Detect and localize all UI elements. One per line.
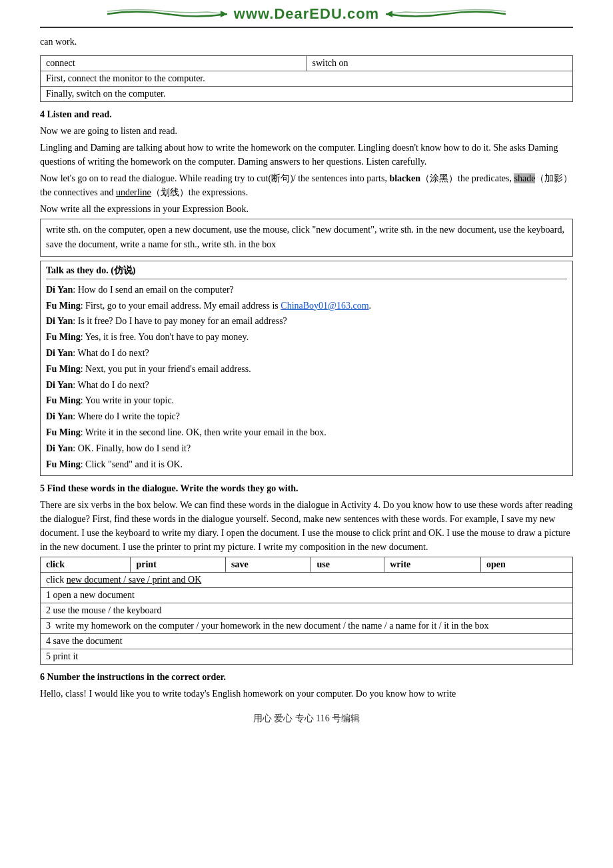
para3-end: （划线）the expressions. [151,187,248,197]
table-row: 4 save the document [41,634,573,649]
table-cell-row2: 1 open a new document [41,588,573,603]
table-cell-row4: 3 write my homework on the computer / yo… [41,619,573,634]
table-cell-row5: 4 save the document [41,634,573,649]
table-cell: connect [41,56,307,71]
para3-shade-prefix: （涂黑）the predicates, [420,173,514,183]
words-table: click print save use write open click ne… [40,557,573,665]
para3-mid: )/ the sentences into parts, [290,173,389,183]
table-row: 1 open a new document [41,588,573,603]
talk-line-8: Fu Ming: You write in your topic. [46,393,567,409]
section4-para2: Lingling and Daming are talking about ho… [40,141,573,169]
talk-line-4: Fu Ming: Yes, it is free. You don't have… [46,329,567,345]
section6-para: Hello, class! I would like you to write … [40,687,573,701]
word-cell-open: open [481,557,573,573]
para3-start: Now let's go on to read the dialogue. Wh… [40,173,271,183]
can-work-text: can work. [40,33,573,53]
talk-line-5: Di Yan: What do I do next? [46,345,567,361]
talk-header: Talk as they do. (仿说) [46,265,567,279]
vocab-table: connect switch on First, connect the mon… [40,55,573,102]
talk-line-10: Fu Ming: Write it in the second line. OK… [46,425,567,441]
section5-para: There are six verbs in the box below. We… [40,498,573,554]
email-link: ChinaBoy01@163.com [281,301,368,311]
word-cell-click: click [41,557,131,573]
table-row: 5 print it [41,649,573,665]
table-row: 3 write my homework on the computer / yo… [41,619,573,634]
section6-title: 6 Number the instructions in the correct… [40,670,573,684]
table-row: connect switch on [41,56,573,71]
site-url: www.DearEDU.com [227,5,386,23]
page-header: www.DearEDU.com [40,0,573,28]
talk-line-6: Fu Ming: Next, you put in your friend's … [46,361,567,377]
talk-box: Talk as they do. (仿说) Di Yan: How do I s… [40,261,573,477]
para3-cut: 断句 [271,173,290,183]
para3-shade: shade [514,173,535,183]
talk-line-2: Fu Ming: First, go to your email address… [46,298,567,314]
underline-phrase: new document / save / print and OK [67,575,202,585]
para3-bold: blacken [389,173,420,183]
svg-marker-0 [221,11,227,17]
table-cell: Finally, switch on the computer. [41,87,573,102]
para3-underline: underline [116,187,151,197]
table-cell-row1: click new document / save / print and OK [41,573,573,588]
table-row: click new document / save / print and OK [41,573,573,588]
section4-para3: Now let's go on to read the dialogue. Wh… [40,171,573,199]
section5-title: 5 Find these words in the dialogue. Writ… [40,481,573,495]
footer: 用心 爱心 专心 116 号编辑 [40,713,573,725]
page: www.DearEDU.com can work. connect switch… [0,0,613,745]
section4-para4: Now write all the expressions in your Ex… [40,202,573,216]
talk-line-1: Di Yan: How do I send an email on the co… [46,282,567,298]
table-row: 2 use the mouse / the keyboard [41,603,573,619]
table-row: Finally, switch on the computer. [41,87,573,102]
left-decoration [107,8,227,20]
talk-line-7: Di Yan: What do I do next? [46,377,567,393]
expressions-box: write sth. on the computer, open a new d… [40,219,573,257]
talk-line-9: Di Yan: Where do I write the topic? [46,409,567,425]
table-cell: switch on [306,56,573,71]
right-decoration [386,8,506,20]
table-cell-row6: 5 print it [41,649,573,665]
word-cell-save: save [226,557,311,573]
word-cell-print: print [131,557,226,573]
table-row: First, connect the monitor to the comput… [41,71,573,87]
word-cell-use: use [311,557,384,573]
talk-line-12: Fu Ming: Click "send" and it is OK. [46,457,567,473]
talk-line-3: Di Yan: Is it free? Do I have to pay mon… [46,313,567,329]
word-cell-write: write [384,557,481,573]
table-cell-row3: 2 use the mouse / the keyboard [41,603,573,619]
words-header-row: click print save use write open [41,557,573,573]
table-cell: First, connect the monitor to the comput… [41,71,573,87]
talk-line-11: Di Yan: OK. Finally, how do I send it? [46,441,567,457]
section4-para1: Now we are going to listen and read. [40,124,573,138]
svg-marker-1 [386,11,392,17]
section4-title: 4 Listen and read. [40,107,573,121]
